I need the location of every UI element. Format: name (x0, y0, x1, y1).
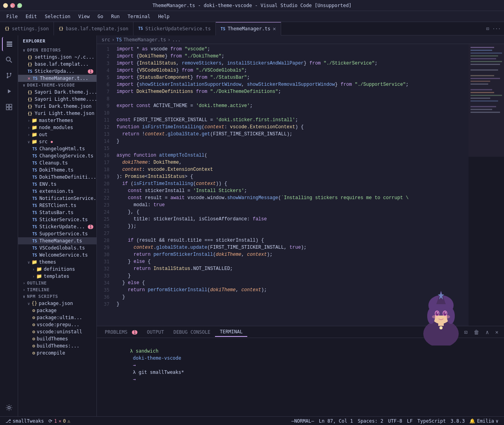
npm-precompile[interactable]: ⚙ precompile (18, 349, 96, 357)
panel-tab-problems[interactable]: PROBLEMS 1 (100, 328, 142, 336)
code-line: return InstallStatus.NOT_INSTALLED; (117, 265, 469, 272)
menu-edit[interactable]: Edit (22, 13, 40, 20)
npm-package-json[interactable]: ∨ {} package.json (18, 300, 96, 307)
activity-extensions[interactable] (2, 100, 16, 114)
file-sayori-light[interactable]: {} Sayori Light.theme.... (18, 96, 96, 103)
file-extension[interactable]: TS extension.ts (18, 188, 96, 195)
npm-vscode-uninstall[interactable]: ⚙ vscode:uninstall (18, 328, 96, 335)
timeline-section[interactable]: › TIMELINE (18, 286, 96, 293)
project-section[interactable]: ∨ DOKI-THEME-VSCODE (18, 82, 96, 89)
open-editor-sticker[interactable]: TS StickerUpda... 1 (18, 68, 96, 75)
file-rest-client[interactable]: TS RESTClient.ts (18, 202, 96, 209)
tab-settings[interactable]: {} settings.json (0, 22, 54, 35)
file-notification[interactable]: TS NotificationService.ts (18, 195, 96, 202)
more-tabs-button[interactable]: ··· (492, 26, 501, 31)
new-terminal-button[interactable]: + (452, 328, 460, 336)
close-button[interactable]: × (10, 3, 15, 8)
panel-tab-terminal[interactable]: TERMINAL (215, 327, 247, 337)
file-cleanup[interactable]: TS Cleanup.ts (18, 159, 96, 166)
tab-close-button[interactable]: × (273, 26, 276, 32)
activity-debug[interactable] (2, 84, 16, 98)
split-terminal-button[interactable]: ⊡ (462, 328, 470, 336)
folder-templates[interactable]: › 📁 templates (18, 273, 96, 280)
split-editor-button[interactable]: ⊡ (486, 26, 489, 31)
file-vscode-globals[interactable]: TS VSCodeGlobals.ts (18, 244, 96, 251)
npm-section[interactable]: ∨ NPM SCRIPTS (18, 293, 96, 300)
file-changelog-html[interactable]: TS ChangelogHtml.ts (18, 145, 96, 152)
activity-explorer[interactable] (2, 37, 16, 51)
menu-run[interactable]: Run (108, 13, 123, 20)
code-editor[interactable]: import * as vscode from "vscode"; import… (113, 44, 469, 326)
file-sticker-update[interactable]: TS StickerUpdate... 1 (18, 223, 96, 230)
panel-tab-output[interactable]: OUTPUT (142, 328, 169, 336)
folder-master-themes[interactable]: › 📁 masterThemes (18, 117, 96, 124)
file-sayori-dark[interactable]: {} Sayori Dark.theme.j... (18, 89, 96, 96)
folder-icon: 📁 (32, 259, 37, 265)
menu-selection[interactable]: Selection (42, 13, 74, 20)
svg-line-4 (10, 61, 12, 63)
open-editor-base-laf[interactable]: {} base.laf.templat... (18, 61, 96, 68)
maximize-button[interactable]: □ (17, 3, 22, 8)
close-panel-button[interactable]: × (493, 328, 501, 336)
file-changelog-service[interactable]: TS ChangelogService.ts (18, 152, 96, 159)
tab-sticker-update[interactable]: TS StickerUpdateService.ts (133, 22, 216, 35)
open-editor-settings[interactable]: {} settings.json ~/.c... (18, 54, 96, 61)
sync-icon: ⟳ (48, 418, 52, 424)
terminal-content[interactable]: λ sandwich doki-theme-vscode → λ git sma… (97, 338, 504, 416)
file-theme-manager[interactable]: TS ThemeManager.ts (18, 237, 96, 244)
npm-package[interactable]: ⚙ package (18, 307, 96, 314)
status-spaces[interactable]: Spaces: 2 (355, 417, 385, 425)
bottom-panel: PROBLEMS 1 OUTPUT DEBUG CONSOLE TERMINAL… (97, 326, 504, 416)
menu-view[interactable]: View (75, 13, 93, 20)
status-position[interactable]: Ln 87, Col 1 (317, 417, 356, 425)
activity-search[interactable] (2, 53, 16, 67)
terminal-dropdown-button[interactable]: ∨ (448, 329, 450, 335)
file-welcome-service[interactable]: TS WelcomeService.ts (18, 251, 96, 259)
kill-terminal-button[interactable]: 🗑 (471, 328, 482, 336)
code-line: async function attemptToInstall( (117, 152, 469, 159)
folder-out[interactable]: › 📁 out (18, 131, 96, 138)
status-branch[interactable]: ⎇ smallTweaks (3, 417, 46, 425)
file-support-service[interactable]: TS SupportService.ts (18, 230, 96, 237)
file-yuri-light[interactable]: {} Yuri Light.theme.json (18, 110, 96, 117)
status-user[interactable]: 🔔 Emilia ∨ (467, 417, 501, 425)
npm-build-themes[interactable]: ⚙ buildThemes (18, 335, 96, 342)
activity-source-control[interactable] (2, 68, 16, 83)
code-container[interactable]: 12345 678910 1112131415 1617181920 21222… (97, 44, 504, 326)
folder-themes[interactable]: ∨ 📁 themes (18, 259, 96, 266)
folder-definitions[interactable]: › 📁 definitions (18, 266, 96, 273)
open-editors-section[interactable]: ∨ OPEN EDITORS (18, 47, 96, 54)
npm-package-ultim[interactable]: ⚙ package:ultim... (18, 314, 96, 321)
tab-base-laf[interactable]: {} base.laf.template.json (54, 22, 133, 35)
git-branch-icon: ⎇ (6, 418, 11, 424)
folder-node-modules[interactable]: › 📁 node_modules (18, 124, 96, 131)
svg-point-13 (8, 407, 10, 409)
file-doki-theme-def[interactable]: TS DokiThemeDefiniti... (18, 174, 96, 181)
tab-theme-manager[interactable]: TS ThemeManager.ts × (216, 22, 281, 35)
minimize-button[interactable]: − (3, 3, 8, 8)
file-doki-theme[interactable]: TS DokiTheme.ts (18, 166, 96, 174)
menu-go[interactable]: Go (94, 13, 106, 20)
window-controls[interactable]: − × □ (3, 3, 22, 8)
activity-settings[interactable] (2, 401, 16, 415)
menu-file[interactable]: File (3, 13, 21, 20)
menu-terminal[interactable]: Terminal (124, 13, 154, 20)
file-yuri-dark[interactable]: {} Yuri Dark.theme.json (18, 103, 96, 110)
file-env[interactable]: TS ENV.ts (18, 181, 96, 188)
status-sync[interactable]: ⟳ 1 ✕ 0 ⚠ (46, 417, 72, 425)
status-language[interactable]: TypeScript (415, 417, 448, 425)
file-sticker-service[interactable]: TS StickerService.ts (18, 216, 96, 223)
minimap-svg (469, 44, 504, 326)
npm-vscode-prepu[interactable]: ⚙ vscode:prepu... (18, 321, 96, 328)
outline-section[interactable]: › OUTLINE (18, 280, 96, 286)
folder-icon: 📁 (32, 139, 37, 144)
file-status-bar[interactable]: TS StatusBar.ts (18, 209, 96, 216)
folder-src[interactable]: ∨ 📁 src ● (18, 138, 96, 145)
open-editor-theme-manager[interactable]: ✕ TS ThemeManager.t... (18, 75, 96, 82)
npm-build-themes-2[interactable]: ⚙ buildThemes:... (18, 342, 96, 349)
panel-tab-debug-console[interactable]: DEBUG CONSOLE (169, 328, 215, 336)
status-line-ending[interactable]: LF (405, 417, 415, 425)
status-encoding[interactable]: UTF-8 (385, 417, 404, 425)
menu-help[interactable]: Help (155, 13, 173, 20)
maximize-panel-button[interactable]: ∧ (483, 328, 491, 336)
